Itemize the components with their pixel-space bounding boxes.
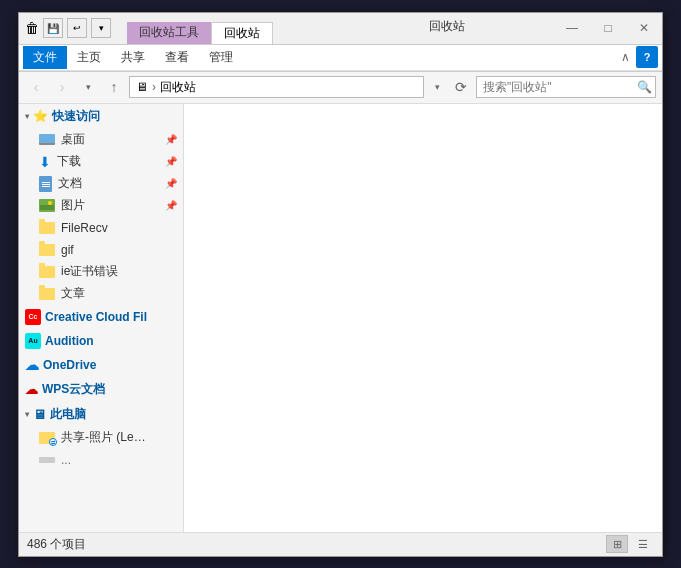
- sidebar-item-onedrive[interactable]: ☁ OneDrive: [19, 353, 183, 377]
- onedrive-icon: ☁: [25, 357, 39, 373]
- minimize-button[interactable]: —: [554, 12, 590, 44]
- help-button[interactable]: ?: [636, 46, 658, 68]
- folder-icon: [39, 288, 55, 300]
- search-box[interactable]: 🔍: [476, 76, 656, 98]
- sidebar-item-downloads[interactable]: ⬇ 下载 📌: [19, 151, 183, 173]
- status-bar: 486 个项目 ⊞ ☰: [19, 532, 662, 556]
- pin-icon: 📌: [165, 178, 177, 189]
- item-count: 486 个项目: [27, 536, 86, 553]
- desktop-icon: [39, 134, 55, 145]
- sidebar-section-quick-access[interactable]: ▾ ⭐ 快速访问: [19, 104, 183, 129]
- menu-file[interactable]: 文件: [23, 46, 67, 69]
- title-center: 回收站工具 回收站: [117, 13, 341, 44]
- back-button[interactable]: ‹: [25, 76, 47, 98]
- folder-icon: [39, 266, 55, 278]
- main-content: ▾ ⭐ 快速访问 桌面 📌 ⬇ 下载 📌: [19, 104, 662, 532]
- folder-icon: [39, 222, 55, 234]
- audition-icon: Au: [25, 333, 41, 349]
- chevron-icon: ▾: [25, 112, 29, 121]
- breadcrumb-path: 回收站: [160, 79, 196, 96]
- share-folder-icon: ⇄: [39, 432, 55, 444]
- sidebar-item-audition[interactable]: Au Audition: [19, 329, 183, 353]
- window-icon: 🗑: [25, 20, 39, 36]
- address-bar: ‹ › ▾ ↑ 🖥 › 回收站 ▾ ⟳ 🔍: [19, 72, 662, 104]
- sidebar-item-wps-cloud[interactable]: ☁ WPS云文档: [19, 377, 183, 402]
- cc-icon: Cc: [25, 309, 41, 325]
- maximize-button[interactable]: □: [590, 12, 626, 44]
- sidebar-item-article[interactable]: 文章: [19, 283, 183, 305]
- download-icon: ⬇: [39, 154, 51, 170]
- file-area: [184, 104, 662, 532]
- menu-bar: 文件 主页 共享 查看 管理 ∧ ?: [19, 45, 662, 71]
- sidebar-item-hidden[interactable]: ...: [19, 449, 183, 471]
- document-icon: [39, 176, 52, 192]
- sidebar-item-gif[interactable]: gif: [19, 239, 183, 261]
- view-mode-controls: ⊞ ☰: [606, 535, 654, 553]
- menu-share[interactable]: 共享: [111, 46, 155, 69]
- address-input[interactable]: 🖥 › 回收站: [129, 76, 424, 98]
- pin-icon: 📌: [165, 156, 177, 167]
- refresh-button[interactable]: ⟳: [450, 76, 472, 98]
- menu-view[interactable]: 查看: [155, 46, 199, 69]
- tab-recycle-tools[interactable]: 回收站工具: [127, 22, 211, 44]
- collapse-ribbon-btn[interactable]: ∧: [615, 50, 636, 64]
- list-view-button[interactable]: ☰: [632, 535, 654, 553]
- chevron-icon: ▾: [25, 410, 29, 419]
- recent-locations-btn[interactable]: ▾: [77, 76, 99, 98]
- title-bar-left: 🗑 💾 ↩ ▾: [19, 13, 117, 44]
- folder-icon: [39, 457, 55, 463]
- wps-icon: ☁: [25, 382, 38, 397]
- explorer-window: 🗑 💾 ↩ ▾ 回收站工具 回收站 回收站 — □ ✕: [18, 12, 663, 557]
- pin-icon: 📌: [165, 134, 177, 145]
- sidebar-item-share-photos[interactable]: ⇄ 共享-照片 (Lee77: [19, 427, 183, 449]
- sidebar: ▾ ⭐ 快速访问 桌面 📌 ⬇ 下载 📌: [19, 104, 184, 532]
- menu-manage[interactable]: 管理: [199, 46, 243, 69]
- window-controls: — □ ✕: [554, 13, 662, 44]
- sidebar-item-ie-cert[interactable]: ie证书错误: [19, 261, 183, 283]
- sidebar-item-desktop[interactable]: 桌面 📌: [19, 129, 183, 151]
- folder-icon: [39, 244, 55, 256]
- undo-quick-btn[interactable]: ↩: [67, 18, 87, 38]
- search-icon: 🔍: [637, 80, 652, 94]
- search-input[interactable]: [483, 80, 633, 94]
- forward-button[interactable]: ›: [51, 76, 73, 98]
- sidebar-item-filerecv[interactable]: FileRecv: [19, 217, 183, 239]
- grid-view-button[interactable]: ⊞: [606, 535, 628, 553]
- menu-home[interactable]: 主页: [67, 46, 111, 69]
- sidebar-section-this-pc[interactable]: ▾ 🖥 此电脑: [19, 402, 183, 427]
- title-bar: 🗑 💾 ↩ ▾ 回收站工具 回收站 回收站 — □ ✕: [19, 13, 662, 45]
- sidebar-item-documents[interactable]: 文档 📌: [19, 173, 183, 195]
- computer-icon: 🖥: [33, 407, 46, 422]
- image-icon: [39, 199, 55, 212]
- close-button[interactable]: ✕: [626, 12, 662, 44]
- customize-quick-btn[interactable]: ▾: [91, 18, 111, 38]
- sidebar-item-pictures[interactable]: 图片 📌: [19, 195, 183, 217]
- breadcrumb-icon: 🖥: [136, 80, 148, 94]
- tab-recycle-bin[interactable]: 回收站: [211, 22, 273, 44]
- pin-icon: 📌: [165, 200, 177, 211]
- quick-access-label: ⭐: [33, 109, 48, 123]
- save-quick-btn[interactable]: 💾: [43, 18, 63, 38]
- up-button[interactable]: ↑: [103, 76, 125, 98]
- ribbon: 文件 主页 共享 查看 管理 ∧ ?: [19, 45, 662, 72]
- address-dropdown-btn[interactable]: ▾: [428, 76, 446, 98]
- breadcrumb: 🖥 › 回收站: [136, 79, 417, 96]
- window-title: 回收站: [341, 13, 555, 44]
- sidebar-item-creative-cloud[interactable]: Cc Creative Cloud Fil: [19, 305, 183, 329]
